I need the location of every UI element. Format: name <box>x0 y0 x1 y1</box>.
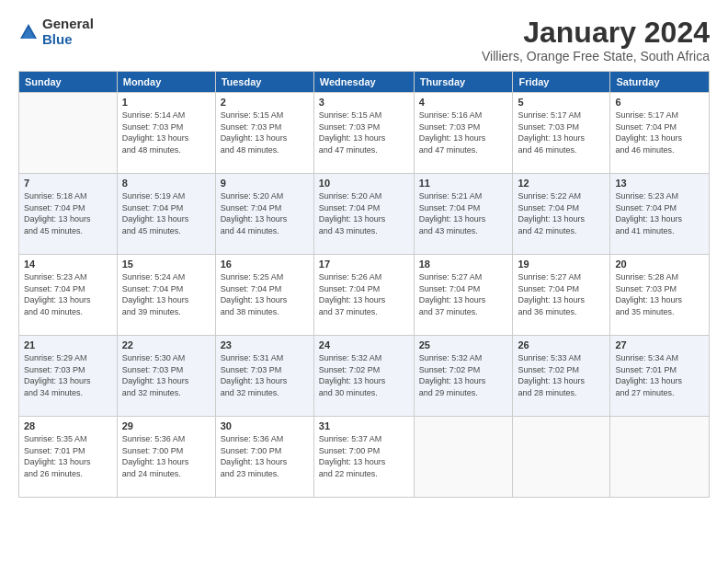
day-info: Sunrise: 5:15 AM Sunset: 7:03 PM Dayligh… <box>221 109 309 155</box>
day-info: Sunrise: 5:30 AM Sunset: 7:03 PM Dayligh… <box>122 352 210 398</box>
day-info: Sunrise: 5:23 AM Sunset: 7:04 PM Dayligh… <box>615 190 704 236</box>
table-row: 4Sunrise: 5:16 AM Sunset: 7:03 PM Daylig… <box>414 93 513 174</box>
calendar-table: Sunday Monday Tuesday Wednesday Thursday… <box>18 71 710 498</box>
day-number: 4 <box>419 97 508 108</box>
day-info: Sunrise: 5:27 AM Sunset: 7:04 PM Dayligh… <box>419 271 508 317</box>
day-number: 24 <box>319 339 409 350</box>
day-info: Sunrise: 5:17 AM Sunset: 7:04 PM Dayligh… <box>615 109 704 155</box>
table-row: 24Sunrise: 5:32 AM Sunset: 7:02 PM Dayli… <box>313 336 414 417</box>
calendar-week-row: 14Sunrise: 5:23 AM Sunset: 7:04 PM Dayli… <box>19 255 710 336</box>
table-row: 26Sunrise: 5:33 AM Sunset: 7:02 PM Dayli… <box>513 336 610 417</box>
day-number: 31 <box>319 420 409 431</box>
day-number: 10 <box>319 178 409 189</box>
day-info: Sunrise: 5:21 AM Sunset: 7:04 PM Dayligh… <box>419 190 508 236</box>
title-month: January 2024 <box>482 17 710 49</box>
day-number: 28 <box>24 420 112 431</box>
calendar-week-row: 28Sunrise: 5:35 AM Sunset: 7:01 PM Dayli… <box>19 417 710 498</box>
header-tuesday: Tuesday <box>215 72 313 93</box>
table-row: 19Sunrise: 5:27 AM Sunset: 7:04 PM Dayli… <box>513 255 610 336</box>
header-thursday: Thursday <box>414 72 513 93</box>
table-row: 13Sunrise: 5:23 AM Sunset: 7:04 PM Dayli… <box>610 174 710 255</box>
day-number: 12 <box>518 178 605 189</box>
header-sunday: Sunday <box>19 72 118 93</box>
table-row: 7Sunrise: 5:18 AM Sunset: 7:04 PM Daylig… <box>19 174 118 255</box>
day-number: 15 <box>122 259 210 270</box>
day-number: 13 <box>615 178 704 189</box>
table-row: 1Sunrise: 5:14 AM Sunset: 7:03 PM Daylig… <box>117 93 215 174</box>
day-info: Sunrise: 5:26 AM Sunset: 7:04 PM Dayligh… <box>319 271 409 317</box>
table-row: 28Sunrise: 5:35 AM Sunset: 7:01 PM Dayli… <box>19 417 118 498</box>
header-saturday: Saturday <box>610 72 710 93</box>
table-row: 23Sunrise: 5:31 AM Sunset: 7:03 PM Dayli… <box>215 336 313 417</box>
table-row: 12Sunrise: 5:22 AM Sunset: 7:04 PM Dayli… <box>513 174 610 255</box>
table-row <box>19 93 118 174</box>
day-info: Sunrise: 5:20 AM Sunset: 7:04 PM Dayligh… <box>319 190 409 236</box>
day-info: Sunrise: 5:14 AM Sunset: 7:03 PM Dayligh… <box>122 109 210 155</box>
day-info: Sunrise: 5:34 AM Sunset: 7:01 PM Dayligh… <box>615 352 704 398</box>
header-wednesday: Wednesday <box>313 72 414 93</box>
table-row: 16Sunrise: 5:25 AM Sunset: 7:04 PM Dayli… <box>215 255 313 336</box>
table-row: 15Sunrise: 5:24 AM Sunset: 7:04 PM Dayli… <box>117 255 215 336</box>
day-number: 26 <box>518 339 605 350</box>
table-row: 18Sunrise: 5:27 AM Sunset: 7:04 PM Dayli… <box>414 255 513 336</box>
day-info: Sunrise: 5:25 AM Sunset: 7:04 PM Dayligh… <box>221 271 309 317</box>
header-monday: Monday <box>117 72 215 93</box>
day-info: Sunrise: 5:36 AM Sunset: 7:00 PM Dayligh… <box>221 433 309 479</box>
day-number: 19 <box>518 259 605 270</box>
logo-general: General <box>42 17 94 32</box>
day-info: Sunrise: 5:37 AM Sunset: 7:00 PM Dayligh… <box>319 433 409 479</box>
day-number: 18 <box>419 259 508 270</box>
table-row: 8Sunrise: 5:19 AM Sunset: 7:04 PM Daylig… <box>117 174 215 255</box>
title-block: January 2024 Villiers, Orange Free State… <box>482 17 710 63</box>
day-number: 21 <box>24 339 112 350</box>
day-info: Sunrise: 5:15 AM Sunset: 7:03 PM Dayligh… <box>319 109 409 155</box>
day-number: 3 <box>319 97 409 108</box>
day-info: Sunrise: 5:28 AM Sunset: 7:03 PM Dayligh… <box>615 271 704 317</box>
day-number: 9 <box>221 178 309 189</box>
day-number: 8 <box>122 178 210 189</box>
day-info: Sunrise: 5:33 AM Sunset: 7:02 PM Dayligh… <box>518 352 605 398</box>
table-row: 11Sunrise: 5:21 AM Sunset: 7:04 PM Dayli… <box>414 174 513 255</box>
calendar-header-row: Sunday Monday Tuesday Wednesday Thursday… <box>19 72 710 93</box>
table-row: 10Sunrise: 5:20 AM Sunset: 7:04 PM Dayli… <box>313 174 414 255</box>
day-number: 2 <box>221 97 309 108</box>
header: General Blue January 2024 Villiers, Oran… <box>18 17 710 63</box>
day-number: 6 <box>615 97 704 108</box>
day-number: 5 <box>518 97 605 108</box>
day-info: Sunrise: 5:29 AM Sunset: 7:03 PM Dayligh… <box>24 352 112 398</box>
day-info: Sunrise: 5:32 AM Sunset: 7:02 PM Dayligh… <box>419 352 508 398</box>
table-row: 5Sunrise: 5:17 AM Sunset: 7:03 PM Daylig… <box>513 93 610 174</box>
day-info: Sunrise: 5:35 AM Sunset: 7:01 PM Dayligh… <box>24 433 112 479</box>
day-info: Sunrise: 5:18 AM Sunset: 7:04 PM Dayligh… <box>24 190 112 236</box>
day-info: Sunrise: 5:16 AM Sunset: 7:03 PM Dayligh… <box>419 109 508 155</box>
day-info: Sunrise: 5:27 AM Sunset: 7:04 PM Dayligh… <box>518 271 605 317</box>
logo: General Blue <box>18 17 94 47</box>
calendar-week-row: 7Sunrise: 5:18 AM Sunset: 7:04 PM Daylig… <box>19 174 710 255</box>
day-number: 22 <box>122 339 210 350</box>
table-row: 17Sunrise: 5:26 AM Sunset: 7:04 PM Dayli… <box>313 255 414 336</box>
table-row: 3Sunrise: 5:15 AM Sunset: 7:03 PM Daylig… <box>313 93 414 174</box>
table-row: 21Sunrise: 5:29 AM Sunset: 7:03 PM Dayli… <box>19 336 118 417</box>
day-number: 16 <box>221 259 309 270</box>
table-row: 31Sunrise: 5:37 AM Sunset: 7:00 PM Dayli… <box>313 417 414 498</box>
day-info: Sunrise: 5:32 AM Sunset: 7:02 PM Dayligh… <box>319 352 409 398</box>
day-number: 17 <box>319 259 409 270</box>
logo-text: General Blue <box>42 17 94 47</box>
table-row: 25Sunrise: 5:32 AM Sunset: 7:02 PM Dayli… <box>414 336 513 417</box>
day-number: 30 <box>221 420 309 431</box>
table-row <box>610 417 710 498</box>
day-number: 20 <box>615 259 704 270</box>
table-row: 22Sunrise: 5:30 AM Sunset: 7:03 PM Dayli… <box>117 336 215 417</box>
page: General Blue January 2024 Villiers, Oran… <box>0 0 728 563</box>
day-number: 1 <box>122 97 210 108</box>
day-info: Sunrise: 5:22 AM Sunset: 7:04 PM Dayligh… <box>518 190 605 236</box>
table-row: 14Sunrise: 5:23 AM Sunset: 7:04 PM Dayli… <box>19 255 118 336</box>
logo-blue: Blue <box>42 32 94 48</box>
table-row: 6Sunrise: 5:17 AM Sunset: 7:04 PM Daylig… <box>610 93 710 174</box>
day-info: Sunrise: 5:19 AM Sunset: 7:04 PM Dayligh… <box>122 190 210 236</box>
table-row: 20Sunrise: 5:28 AM Sunset: 7:03 PM Dayli… <box>610 255 710 336</box>
logo-icon <box>18 22 39 42</box>
day-info: Sunrise: 5:23 AM Sunset: 7:04 PM Dayligh… <box>24 271 112 317</box>
day-number: 14 <box>24 259 112 270</box>
day-info: Sunrise: 5:20 AM Sunset: 7:04 PM Dayligh… <box>221 190 309 236</box>
